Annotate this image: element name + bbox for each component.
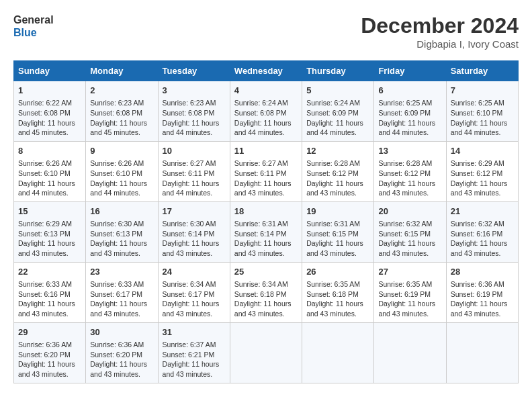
day-number: 22 bbox=[18, 266, 81, 278]
day-number: 19 bbox=[306, 205, 369, 218]
calendar-cell: 2Sunrise: 6:23 AMSunset: 6:08 PMDaylight… bbox=[86, 81, 158, 142]
day-number: 5 bbox=[306, 85, 369, 97]
week-row-3: 15Sunrise: 6:29 AMSunset: 6:13 PMDayligh… bbox=[14, 201, 519, 262]
day-info: Sunrise: 6:28 AMSunset: 6:12 PMDaylight:… bbox=[306, 158, 369, 198]
calendar-cell: 28Sunrise: 6:36 AMSunset: 6:19 PMDayligh… bbox=[446, 262, 518, 322]
day-number: 2 bbox=[90, 85, 153, 97]
calendar-table: SundayMondayTuesdayWednesdayThursdayFrid… bbox=[13, 60, 519, 383]
day-info: Sunrise: 6:37 AMSunset: 6:21 PMDaylight:… bbox=[163, 340, 226, 379]
day-info: Sunrise: 6:23 AMSunset: 6:08 PMDaylight:… bbox=[90, 98, 153, 138]
day-number: 16 bbox=[90, 205, 153, 218]
weekday-thursday: Thursday bbox=[302, 61, 374, 81]
day-number: 25 bbox=[234, 266, 298, 278]
weekday-header-row: SundayMondayTuesdayWednesdayThursdayFrid… bbox=[14, 61, 519, 81]
day-info: Sunrise: 6:24 AMSunset: 6:09 PMDaylight:… bbox=[306, 98, 369, 138]
day-info: Sunrise: 6:36 AMSunset: 6:19 PMDaylight:… bbox=[451, 279, 514, 319]
day-number: 7 bbox=[451, 85, 514, 97]
weekday-tuesday: Tuesday bbox=[158, 61, 230, 81]
calendar-cell: 30Sunrise: 6:36 AMSunset: 6:20 PMDayligh… bbox=[86, 322, 158, 383]
day-info: Sunrise: 6:26 AMSunset: 6:10 PMDaylight:… bbox=[90, 158, 153, 198]
weekday-friday: Friday bbox=[374, 61, 446, 81]
day-info: Sunrise: 6:33 AMSunset: 6:16 PMDaylight:… bbox=[18, 279, 81, 319]
calendar-cell: 17Sunrise: 6:30 AMSunset: 6:14 PMDayligh… bbox=[158, 201, 230, 262]
day-info: Sunrise: 6:30 AMSunset: 6:13 PMDaylight:… bbox=[90, 219, 153, 259]
day-number: 29 bbox=[18, 326, 81, 338]
calendar-cell: 18Sunrise: 6:31 AMSunset: 6:14 PMDayligh… bbox=[230, 201, 302, 262]
day-number: 1 bbox=[18, 85, 81, 97]
day-info: Sunrise: 6:32 AMSunset: 6:15 PMDaylight:… bbox=[378, 219, 441, 259]
logo-blue-text: Blue bbox=[13, 27, 37, 38]
calendar-cell: 15Sunrise: 6:29 AMSunset: 6:13 PMDayligh… bbox=[14, 201, 86, 262]
day-number: 9 bbox=[90, 145, 153, 157]
day-number: 23 bbox=[90, 266, 153, 278]
calendar-cell: 22Sunrise: 6:33 AMSunset: 6:16 PMDayligh… bbox=[14, 262, 86, 322]
week-row-1: 1Sunrise: 6:22 AMSunset: 6:08 PMDaylight… bbox=[14, 81, 519, 142]
day-number: 27 bbox=[378, 266, 441, 278]
day-info: Sunrise: 6:27 AMSunset: 6:11 PMDaylight:… bbox=[234, 158, 298, 198]
weekday-saturday: Saturday bbox=[446, 61, 518, 81]
day-info: Sunrise: 6:34 AMSunset: 6:18 PMDaylight:… bbox=[234, 279, 298, 319]
week-row-4: 22Sunrise: 6:33 AMSunset: 6:16 PMDayligh… bbox=[14, 262, 519, 322]
calendar-cell: 11Sunrise: 6:27 AMSunset: 6:11 PMDayligh… bbox=[230, 141, 302, 201]
calendar-cell bbox=[446, 322, 518, 383]
weekday-monday: Monday bbox=[86, 61, 158, 81]
day-info: Sunrise: 6:31 AMSunset: 6:14 PMDaylight:… bbox=[234, 219, 298, 259]
day-number: 20 bbox=[378, 205, 441, 218]
calendar-cell: 16Sunrise: 6:30 AMSunset: 6:13 PMDayligh… bbox=[86, 201, 158, 262]
page-header: General General Blue December 2024 Digba… bbox=[13, 13, 519, 50]
day-info: Sunrise: 6:33 AMSunset: 6:17 PMDaylight:… bbox=[90, 279, 153, 319]
calendar-cell: 8Sunrise: 6:26 AMSunset: 6:10 PMDaylight… bbox=[14, 141, 86, 201]
calendar-cell: 20Sunrise: 6:32 AMSunset: 6:15 PMDayligh… bbox=[374, 201, 446, 262]
logo-general-text: General bbox=[13, 14, 54, 26]
calendar-cell: 21Sunrise: 6:32 AMSunset: 6:16 PMDayligh… bbox=[446, 201, 518, 262]
day-info: Sunrise: 6:31 AMSunset: 6:15 PMDaylight:… bbox=[306, 219, 369, 259]
day-number: 17 bbox=[163, 205, 226, 218]
calendar-cell: 1Sunrise: 6:22 AMSunset: 6:08 PMDaylight… bbox=[14, 81, 86, 142]
day-number: 4 bbox=[234, 85, 298, 97]
day-info: Sunrise: 6:32 AMSunset: 6:16 PMDaylight:… bbox=[451, 219, 514, 259]
calendar-cell: 9Sunrise: 6:26 AMSunset: 6:10 PMDaylight… bbox=[86, 141, 158, 201]
day-info: Sunrise: 6:27 AMSunset: 6:11 PMDaylight:… bbox=[163, 158, 226, 198]
day-info: Sunrise: 6:34 AMSunset: 6:17 PMDaylight:… bbox=[163, 279, 226, 319]
day-number: 31 bbox=[163, 326, 226, 338]
calendar-cell bbox=[230, 322, 302, 383]
day-info: Sunrise: 6:22 AMSunset: 6:08 PMDaylight:… bbox=[18, 98, 81, 138]
month-year-title: December 2024 bbox=[361, 13, 519, 38]
day-number: 18 bbox=[234, 205, 298, 218]
day-number: 24 bbox=[163, 266, 226, 278]
title-block: December 2024 Digbapia I, Ivory Coast bbox=[361, 13, 519, 50]
day-number: 12 bbox=[306, 145, 369, 157]
day-info: Sunrise: 6:35 AMSunset: 6:19 PMDaylight:… bbox=[378, 279, 441, 319]
day-info: Sunrise: 6:23 AMSunset: 6:08 PMDaylight:… bbox=[163, 98, 226, 138]
day-info: Sunrise: 6:28 AMSunset: 6:12 PMDaylight:… bbox=[378, 158, 441, 198]
week-row-2: 8Sunrise: 6:26 AMSunset: 6:10 PMDaylight… bbox=[14, 141, 519, 201]
calendar-cell bbox=[374, 322, 446, 383]
calendar-cell: 5Sunrise: 6:24 AMSunset: 6:09 PMDaylight… bbox=[302, 81, 374, 142]
calendar-cell: 7Sunrise: 6:25 AMSunset: 6:10 PMDaylight… bbox=[446, 81, 518, 142]
day-number: 14 bbox=[451, 145, 514, 157]
day-number: 28 bbox=[451, 266, 514, 278]
calendar-cell: 4Sunrise: 6:24 AMSunset: 6:08 PMDaylight… bbox=[230, 81, 302, 142]
calendar-cell: 29Sunrise: 6:36 AMSunset: 6:20 PMDayligh… bbox=[14, 322, 86, 383]
logo: General General Blue bbox=[13, 13, 54, 39]
day-number: 30 bbox=[90, 326, 153, 338]
calendar-cell bbox=[302, 322, 374, 383]
calendar-cell: 6Sunrise: 6:25 AMSunset: 6:09 PMDaylight… bbox=[374, 81, 446, 142]
calendar-cell: 24Sunrise: 6:34 AMSunset: 6:17 PMDayligh… bbox=[158, 262, 230, 322]
calendar-cell: 23Sunrise: 6:33 AMSunset: 6:17 PMDayligh… bbox=[86, 262, 158, 322]
calendar-cell: 27Sunrise: 6:35 AMSunset: 6:19 PMDayligh… bbox=[374, 262, 446, 322]
day-info: Sunrise: 6:29 AMSunset: 6:13 PMDaylight:… bbox=[18, 219, 81, 259]
day-number: 15 bbox=[18, 205, 81, 218]
weekday-sunday: Sunday bbox=[14, 61, 86, 81]
week-row-5: 29Sunrise: 6:36 AMSunset: 6:20 PMDayligh… bbox=[14, 322, 519, 383]
day-number: 3 bbox=[163, 85, 226, 97]
calendar-cell: 10Sunrise: 6:27 AMSunset: 6:11 PMDayligh… bbox=[158, 141, 230, 201]
calendar-cell: 26Sunrise: 6:35 AMSunset: 6:18 PMDayligh… bbox=[302, 262, 374, 322]
day-info: Sunrise: 6:35 AMSunset: 6:18 PMDaylight:… bbox=[306, 279, 369, 319]
day-info: Sunrise: 6:36 AMSunset: 6:20 PMDaylight:… bbox=[18, 340, 81, 379]
calendar-cell: 19Sunrise: 6:31 AMSunset: 6:15 PMDayligh… bbox=[302, 201, 374, 262]
calendar-cell: 3Sunrise: 6:23 AMSunset: 6:08 PMDaylight… bbox=[158, 81, 230, 142]
calendar-cell: 25Sunrise: 6:34 AMSunset: 6:18 PMDayligh… bbox=[230, 262, 302, 322]
day-number: 13 bbox=[378, 145, 441, 157]
day-number: 21 bbox=[451, 205, 514, 218]
